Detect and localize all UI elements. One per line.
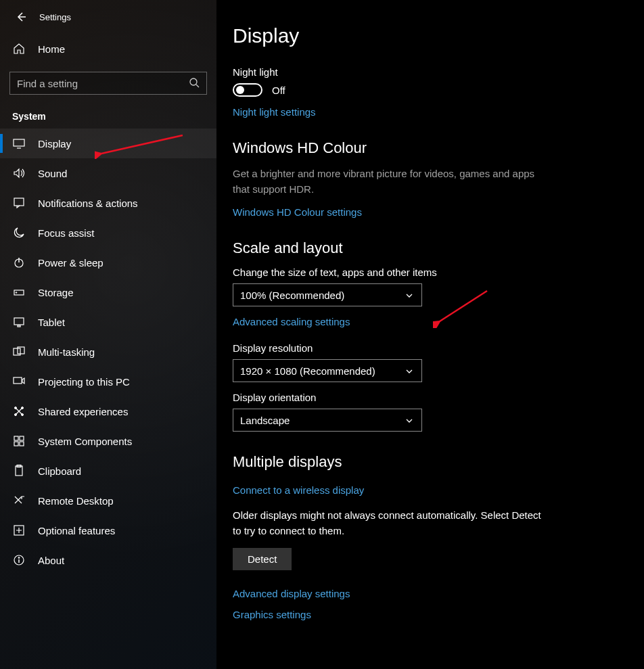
svg-rect-6 bbox=[14, 318, 24, 325]
nav-optional-features[interactable]: Optional features bbox=[0, 515, 216, 545]
nav-display[interactable]: Display bbox=[0, 129, 216, 158]
svg-rect-17 bbox=[14, 442, 18, 446]
advanced-display-link[interactable]: Advanced display settings bbox=[233, 588, 350, 599]
night-light-toggle[interactable] bbox=[233, 83, 262, 97]
nav-label: Projecting to this PC bbox=[38, 376, 130, 388]
svg-rect-7 bbox=[18, 325, 20, 327]
svg-rect-1 bbox=[14, 139, 24, 146]
power-icon bbox=[12, 256, 26, 269]
optional-features-icon bbox=[12, 524, 26, 537]
orientation-label: Display orientation bbox=[233, 392, 617, 403]
night-light-settings-link[interactable]: Night light settings bbox=[233, 106, 316, 118]
night-light-state: Off bbox=[272, 85, 285, 96]
sound-icon bbox=[12, 166, 26, 180]
multiple-displays-title: Multiple displays bbox=[233, 453, 617, 471]
svg-rect-16 bbox=[20, 436, 24, 440]
sidebar-section-label: System bbox=[0, 107, 216, 129]
nav-label: System Components bbox=[38, 436, 132, 447]
chevron-down-icon bbox=[405, 366, 415, 375]
scale-layout-title: Scale and layout bbox=[233, 239, 617, 257]
nav-label: Shared experiences bbox=[38, 406, 128, 417]
remote-desktop-icon bbox=[12, 494, 26, 507]
nav-system-components[interactable]: System Components bbox=[0, 426, 216, 456]
content-area: Display Night light Off Night light sett… bbox=[216, 0, 644, 669]
connect-wireless-link[interactable]: Connect to a wireless display bbox=[233, 484, 364, 496]
text-size-value: 100% (Recommended) bbox=[240, 290, 344, 301]
nav-label: Storage bbox=[38, 287, 74, 298]
clipboard-icon bbox=[12, 464, 26, 478]
nav-sound[interactable]: Sound bbox=[0, 158, 216, 188]
svg-rect-18 bbox=[20, 442, 24, 446]
hd-colour-settings-link[interactable]: Windows HD Colour settings bbox=[233, 206, 362, 218]
display-icon bbox=[12, 137, 26, 150]
svg-rect-2 bbox=[14, 198, 24, 206]
nav-clipboard[interactable]: Clipboard bbox=[0, 456, 216, 486]
svg-point-0 bbox=[190, 78, 197, 85]
back-button[interactable] bbox=[15, 11, 27, 23]
advanced-scaling-link[interactable]: Advanced scaling settings bbox=[233, 316, 350, 327]
text-size-label: Change the size of text, apps and other … bbox=[233, 267, 617, 278]
nav-label: Power & sleep bbox=[38, 257, 104, 269]
night-light-label: Night light bbox=[233, 66, 617, 78]
graphics-settings-link[interactable]: Graphics settings bbox=[233, 609, 311, 620]
tablet-icon bbox=[12, 315, 26, 329]
nav-power[interactable]: Power & sleep bbox=[0, 248, 216, 277]
chevron-down-icon bbox=[405, 415, 415, 425]
focus-assist-icon bbox=[12, 226, 26, 239]
notifications-icon bbox=[12, 196, 26, 210]
nav-label: Focus assist bbox=[38, 227, 94, 239]
nav-label: Sound bbox=[38, 168, 67, 179]
multi-displays-desc: Older displays might not always connect … bbox=[233, 508, 544, 538]
nav-label: Notifications & actions bbox=[38, 198, 138, 209]
orientation-value: Landscape bbox=[240, 415, 290, 426]
nav-notifications[interactable]: Notifications & actions bbox=[0, 188, 216, 218]
nav-shared-experiences[interactable]: Shared experiences bbox=[0, 396, 216, 426]
nav-label: Clipboard bbox=[38, 465, 81, 477]
svg-point-11 bbox=[15, 407, 17, 409]
nav-tablet[interactable]: Tablet bbox=[0, 307, 216, 337]
svg-point-23 bbox=[18, 557, 20, 559]
search-box[interactable] bbox=[9, 72, 207, 95]
nav-focus-assist[interactable]: Focus assist bbox=[0, 218, 216, 248]
nav-label: Display bbox=[38, 138, 71, 149]
nav-label: Remote Desktop bbox=[38, 495, 114, 507]
page-title: Display bbox=[233, 24, 617, 47]
search-input[interactable] bbox=[17, 78, 189, 89]
hd-colour-title: Windows HD Colour bbox=[233, 139, 617, 157]
resolution-value: 1920 × 1080 (Recommended) bbox=[240, 365, 375, 377]
nav-projecting[interactable]: Projecting to this PC bbox=[0, 367, 216, 396]
svg-point-5 bbox=[16, 292, 17, 294]
app-title: Settings bbox=[39, 12, 71, 22]
shared-icon bbox=[12, 405, 26, 418]
home-icon bbox=[12, 42, 26, 55]
svg-point-14 bbox=[22, 414, 24, 416]
svg-point-13 bbox=[15, 414, 17, 416]
chevron-down-icon bbox=[405, 290, 415, 300]
nav-storage[interactable]: Storage bbox=[0, 277, 216, 307]
nav-home[interactable]: Home bbox=[0, 34, 216, 64]
nav-home-label: Home bbox=[38, 43, 65, 55]
text-size-select[interactable]: 100% (Recommended) bbox=[233, 283, 422, 306]
components-icon bbox=[12, 434, 26, 448]
sidebar: Settings Home System Display Sound bbox=[0, 0, 216, 669]
multitasking-icon bbox=[12, 345, 26, 359]
resolution-select[interactable]: 1920 × 1080 (Recommended) bbox=[233, 359, 422, 382]
projecting-icon bbox=[12, 375, 26, 388]
hd-colour-desc: Get a brighter and more vibrant picture … bbox=[233, 166, 544, 197]
nav-multitasking[interactable]: Multi-tasking bbox=[0, 337, 216, 367]
nav-label: Optional features bbox=[38, 525, 115, 536]
about-icon bbox=[12, 553, 26, 567]
search-icon bbox=[189, 77, 200, 90]
nav-remote-desktop[interactable]: Remote Desktop bbox=[0, 486, 216, 515]
nav-about[interactable]: About bbox=[0, 545, 216, 575]
nav-label: About bbox=[38, 555, 64, 566]
nav-label: Multi-tasking bbox=[38, 346, 95, 358]
storage-icon bbox=[12, 285, 26, 299]
resolution-label: Display resolution bbox=[233, 342, 617, 354]
svg-point-12 bbox=[22, 407, 24, 409]
detect-button[interactable]: Detect bbox=[233, 548, 292, 570]
svg-rect-10 bbox=[14, 377, 22, 384]
orientation-select[interactable]: Landscape bbox=[233, 409, 422, 432]
svg-rect-15 bbox=[14, 436, 18, 440]
nav-label: Tablet bbox=[38, 317, 65, 328]
